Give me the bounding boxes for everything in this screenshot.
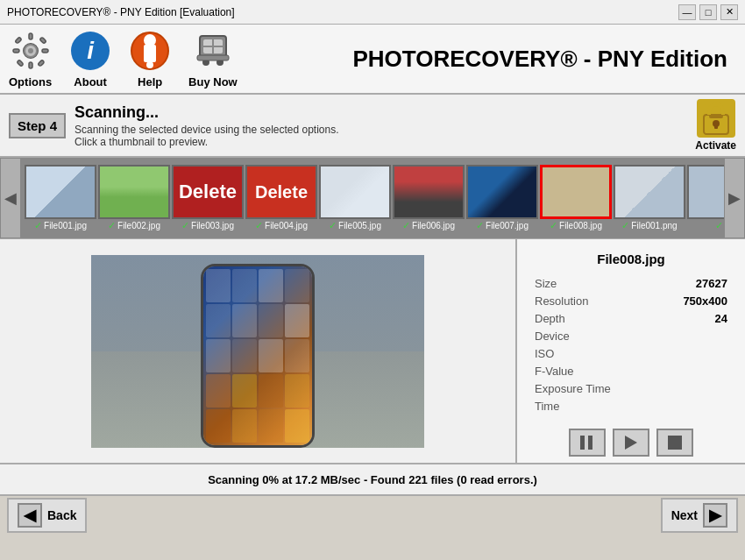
thumb-img-4: Delete <box>245 165 317 219</box>
svg-rect-2 <box>29 62 32 68</box>
size-label: Size <box>535 277 557 290</box>
thumb-img-7 <box>466 165 538 219</box>
depth-label: Depth <box>535 312 565 325</box>
preview-phone <box>91 255 424 448</box>
svg-rect-5 <box>15 37 22 44</box>
thumb-label-9: ✓File001.png <box>621 220 677 231</box>
step-label: Step 4 <box>9 113 66 138</box>
thumb-label-1: ✓File001.jpg <box>34 220 87 231</box>
activate-button[interactable]: Activate <box>695 99 736 152</box>
device-label: Device <box>535 330 570 343</box>
play-button[interactable] <box>613 429 649 457</box>
size-value: 27627 <box>696 277 727 290</box>
gear-icon <box>10 30 52 72</box>
toolbar: Options i About Help <box>0 25 745 95</box>
help-button[interactable]: Help <box>129 30 171 89</box>
close-button[interactable]: ✕ <box>720 4 738 20</box>
thumbnail-file007jpg[interactable]: ✓File007.jpg <box>466 165 538 231</box>
fvalue-label: F-Value <box>535 365 574 378</box>
thumbnail-strip: ✓File001.jpg ✓File002.jpg Delete ✓File00… <box>21 158 724 238</box>
thumbnail-file006jpg[interactable]: ✓File006.jpg <box>393 165 465 231</box>
info-icon: i <box>69 30 111 72</box>
thumb-label-10: ✓F <box>715 220 724 231</box>
info-row-iso: ISO <box>535 347 727 360</box>
svg-rect-23 <box>709 115 723 118</box>
thumbnail-file005jpg[interactable]: ✓File005.jpg <box>319 165 391 231</box>
info-row-fvalue: F-Value <box>535 365 727 378</box>
buynow-label: Buy Now <box>188 75 238 89</box>
status-bar: Scanning 0% at 17.2 MB/sec - Found 221 f… <box>0 463 745 494</box>
svg-rect-7 <box>17 60 24 67</box>
thumbnail-file003jpg[interactable]: Delete ✓File003.jpg <box>172 165 244 231</box>
svg-rect-1 <box>29 33 32 39</box>
playback-controls <box>535 429 727 457</box>
thumb-label-8: ✓File008.jpg <box>550 220 602 231</box>
svg-rect-3 <box>13 49 19 53</box>
status-text: Scanning 0% at 17.2 MB/sec - Found 221 f… <box>208 473 537 486</box>
svg-rect-13 <box>144 45 156 62</box>
step-desc2: Click a thumbnail to preview. <box>74 136 686 148</box>
back-button[interactable]: ◀ Back <box>7 498 87 533</box>
thumbnail-partial[interactable]: ✓F <box>687 165 724 231</box>
cart-icon <box>192 30 234 72</box>
strip-next-arrow[interactable]: ▶ <box>724 158 745 238</box>
step-bar: Step 4 Scanning... Scanning the selected… <box>0 95 745 158</box>
svg-point-10 <box>28 48 33 53</box>
info-panel: File008.jpg Size 27627 Resolution 750x40… <box>517 239 745 463</box>
help-icon <box>129 30 171 72</box>
iso-label: ISO <box>535 347 554 360</box>
title-bar-controls[interactable]: — □ ✕ <box>678 4 738 20</box>
svg-rect-26 <box>580 436 585 450</box>
info-filename: File008.jpg <box>535 252 727 266</box>
thumb-label-4: ✓File004.jpg <box>255 220 308 231</box>
app-title: PHOTORECOVERY® - PNY Edition <box>255 46 736 73</box>
strip-prev-arrow[interactable]: ◀ <box>0 158 21 238</box>
thumb-img-9 <box>614 165 685 219</box>
title-bar: PHOTORECOVERY® - PNY Edition [Evaluation… <box>0 0 745 25</box>
thumb-label-7: ✓File007.jpg <box>476 220 529 231</box>
info-row-resolution: Resolution 750x400 <box>535 294 727 308</box>
thumbnail-file004jpg[interactable]: Delete ✓File004.jpg <box>245 165 317 231</box>
resolution-label: Resolution <box>535 294 588 308</box>
step-desc1: Scanning the selected device using the s… <box>74 124 686 136</box>
thumbnail-file001jpg[interactable]: ✓File001.jpg <box>25 165 96 231</box>
options-label: Options <box>9 75 52 89</box>
preview-image <box>91 255 424 448</box>
svg-rect-27 <box>588 436 592 450</box>
thumbnail-file008jpg[interactable]: ✓File008.jpg <box>540 165 612 231</box>
thumb-img-6 <box>393 165 465 219</box>
svg-rect-29 <box>668 436 682 450</box>
minimize-button[interactable]: — <box>678 4 696 20</box>
thumbnail-file001png[interactable]: ✓File001.png <box>614 165 685 231</box>
step-content: Scanning... Scanning the selected device… <box>74 103 686 148</box>
buynow-button[interactable]: Buy Now <box>188 30 238 89</box>
info-row-depth: Depth 24 <box>535 312 727 325</box>
depth-value: 24 <box>715 312 727 325</box>
options-button[interactable]: Options <box>9 30 52 89</box>
info-row-exposure: Exposure Time <box>535 382 727 395</box>
thumb-label-2: ✓File002.jpg <box>108 220 160 231</box>
thumbnail-file002jpg[interactable]: ✓File002.jpg <box>98 165 170 231</box>
nav-bar: ◀ Back Next ▶ <box>0 494 745 534</box>
about-button[interactable]: i About <box>69 30 111 89</box>
next-label: Next <box>671 508 698 522</box>
about-label: About <box>74 75 107 89</box>
thumb-img-3: Delete <box>172 165 244 219</box>
thumb-img-10 <box>687 165 724 219</box>
back-label: Back <box>47 508 76 522</box>
stop-button[interactable] <box>656 429 693 457</box>
step-title: Scanning... <box>74 103 686 122</box>
activate-label: Activate <box>695 139 736 152</box>
thumb-label-3: ✓File003.jpg <box>181 220 234 231</box>
info-row-time: Time <box>535 400 727 413</box>
next-button[interactable]: Next ▶ <box>661 498 738 533</box>
resolution-value: 750x400 <box>683 294 727 308</box>
activate-icon <box>697 99 735 138</box>
thumbnail-strip-wrapper: ◀ ✓File001.jpg ✓File002.jpg Delete ✓File… <box>0 158 745 238</box>
maximize-button[interactable]: □ <box>699 4 717 20</box>
svg-rect-4 <box>42 49 48 53</box>
title-bar-text: PHOTORECOVERY® - PNY Edition [Evaluation… <box>7 6 235 18</box>
svg-rect-8 <box>38 60 45 67</box>
pause-button[interactable] <box>569 429 606 457</box>
thumb-img-5 <box>319 165 391 219</box>
